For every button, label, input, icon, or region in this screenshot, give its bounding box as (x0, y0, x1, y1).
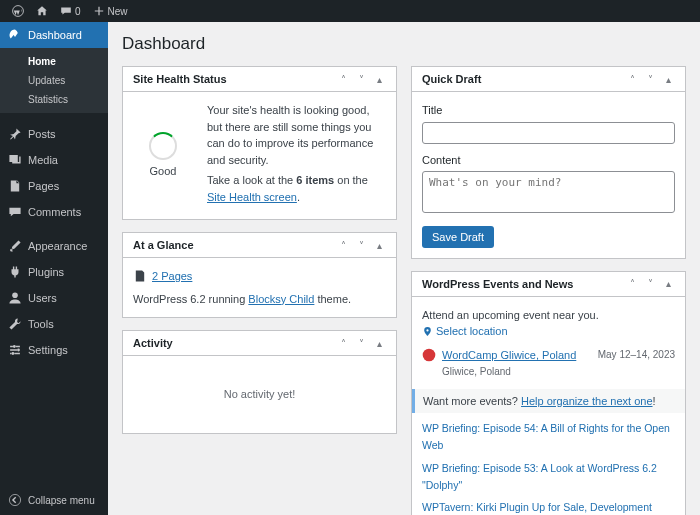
wordcamp-icon (422, 348, 436, 362)
event-location: Gliwice, Poland (442, 364, 576, 379)
menu-label: Dashboard (28, 29, 82, 41)
menu-label: Posts (28, 128, 56, 140)
menu-dashboard[interactable]: Dashboard (0, 22, 108, 48)
menu-pages[interactable]: Pages (0, 173, 108, 199)
menu-media[interactable]: Media (0, 147, 108, 173)
save-draft-button[interactable]: Save Draft (422, 226, 494, 248)
svg-point-4 (12, 352, 15, 355)
activity-box: Activity ˄˅▴ No activity yet! (122, 330, 397, 434)
box-title: Quick Draft (422, 73, 625, 85)
comment-icon (8, 205, 22, 219)
wp-logo[interactable] (6, 5, 30, 17)
select-location-link[interactable]: Select location (422, 323, 508, 340)
content-label: Content (422, 152, 675, 169)
submenu-home[interactable]: Home (0, 52, 108, 71)
plug-icon (8, 265, 22, 279)
plus-icon (93, 5, 105, 17)
site-home[interactable] (30, 5, 54, 17)
news-link[interactable]: WPTavern: Kirki Plugin Up for Sale, Deve… (422, 501, 652, 515)
menu-tools[interactable]: Tools (0, 311, 108, 337)
wp-version: WordPress 6.2 running Blocksy Child them… (133, 291, 386, 308)
pin-icon (8, 127, 22, 141)
menu-label: Plugins (28, 266, 64, 278)
menu-label: Settings (28, 344, 68, 356)
draft-content-input[interactable] (422, 171, 675, 213)
menu-plugins[interactable]: Plugins (0, 259, 108, 285)
menu-settings[interactable]: Settings (0, 337, 108, 363)
toggle-icon[interactable]: ▴ (661, 278, 675, 289)
toggle-icon[interactable]: ▴ (372, 240, 386, 251)
move-down-icon[interactable]: ˅ (643, 278, 657, 289)
box-title: WordPress Events and News (422, 278, 625, 290)
page-title: Dashboard (122, 34, 686, 54)
event-title-link[interactable]: WordCamp Gliwice, Poland (442, 349, 576, 361)
comment-count: 0 (75, 6, 81, 17)
toggle-icon[interactable]: ▴ (661, 74, 675, 85)
collapse-label: Collapse menu (28, 495, 95, 506)
brush-icon (8, 239, 22, 253)
event-date: May 12–14, 2023 (598, 347, 675, 362)
move-up-icon[interactable]: ˄ (625, 278, 639, 289)
event-item: WordCamp Gliwice, Poland Gliwice, Poland… (422, 341, 675, 385)
comment-icon (60, 5, 72, 17)
move-up-icon[interactable]: ˄ (625, 74, 639, 85)
health-circle-icon (149, 132, 177, 160)
menu-appearance[interactable]: Appearance (0, 233, 108, 259)
wordpress-icon (12, 5, 24, 17)
menu-users[interactable]: Users (0, 285, 108, 311)
main-content: Dashboard Site Health Status ˄˅▴ Good Yo (108, 22, 700, 515)
events-news-box: WordPress Events and News ˄˅▴ Attend an … (411, 271, 686, 516)
collapse-menu[interactable]: Collapse menu (0, 485, 108, 515)
new-content[interactable]: New (87, 5, 134, 17)
health-cta: Take a look at the 6 items on the Site H… (207, 172, 386, 205)
attend-prompt: Attend an upcoming event near you. Selec… (422, 307, 675, 342)
admin-menu: Dashboard Home Updates Statistics Posts … (0, 22, 108, 515)
box-title: Site Health Status (133, 73, 336, 85)
menu-label: Media (28, 154, 58, 166)
draft-title-input[interactable] (422, 122, 675, 144)
wrench-icon (8, 317, 22, 331)
menu-label: Users (28, 292, 57, 304)
toggle-icon[interactable]: ▴ (372, 74, 386, 85)
admin-bar: 0 New (0, 0, 700, 22)
media-icon (8, 153, 22, 167)
submenu-statistics[interactable]: Statistics (0, 90, 108, 109)
location-icon (422, 326, 433, 337)
news-link[interactable]: WP Briefing: Episode 54: A Bill of Right… (422, 422, 670, 451)
menu-posts[interactable]: Posts (0, 121, 108, 147)
move-up-icon[interactable]: ˄ (336, 240, 350, 251)
health-desc: Your site's health is looking good, but … (207, 102, 386, 168)
site-health-box: Site Health Status ˄˅▴ Good Your site's … (122, 66, 397, 220)
at-a-glance-box: At a Glance ˄˅▴ 2 Pages WordPress 6.2 ru… (122, 232, 397, 318)
menu-label: Comments (28, 206, 81, 218)
submenu-updates[interactable]: Updates (0, 71, 108, 90)
sliders-icon (8, 343, 22, 357)
home-icon (36, 5, 48, 17)
theme-link[interactable]: Blocksy Child (248, 293, 314, 305)
move-down-icon[interactable]: ˅ (354, 338, 368, 349)
health-indicator: Good (133, 132, 193, 180)
box-title: Activity (133, 337, 336, 349)
menu-label: Appearance (28, 240, 87, 252)
move-up-icon[interactable]: ˄ (336, 74, 350, 85)
quick-draft-box: Quick Draft ˄˅▴ Title Content Save Draft (411, 66, 686, 259)
toggle-icon[interactable]: ▴ (372, 338, 386, 349)
page-icon (133, 269, 147, 283)
new-label: New (108, 6, 128, 17)
organize-link[interactable]: Help organize the next one (521, 395, 652, 407)
user-icon (8, 291, 22, 305)
title-label: Title (422, 102, 675, 119)
health-status: Good (133, 163, 193, 180)
submenu-dashboard: Home Updates Statistics (0, 48, 108, 113)
comments-bubble[interactable]: 0 (54, 5, 87, 17)
news-link[interactable]: WP Briefing: Episode 53: A Look at WordP… (422, 462, 657, 491)
move-up-icon[interactable]: ˄ (336, 338, 350, 349)
pages-count-link[interactable]: 2 Pages (152, 268, 192, 285)
collapse-icon (8, 493, 22, 507)
menu-comments[interactable]: Comments (0, 199, 108, 225)
more-events: Want more events? Help organize the next… (412, 389, 685, 414)
site-health-link[interactable]: Site Health screen (207, 191, 297, 203)
move-down-icon[interactable]: ˅ (643, 74, 657, 85)
move-down-icon[interactable]: ˅ (354, 240, 368, 251)
move-down-icon[interactable]: ˅ (354, 74, 368, 85)
